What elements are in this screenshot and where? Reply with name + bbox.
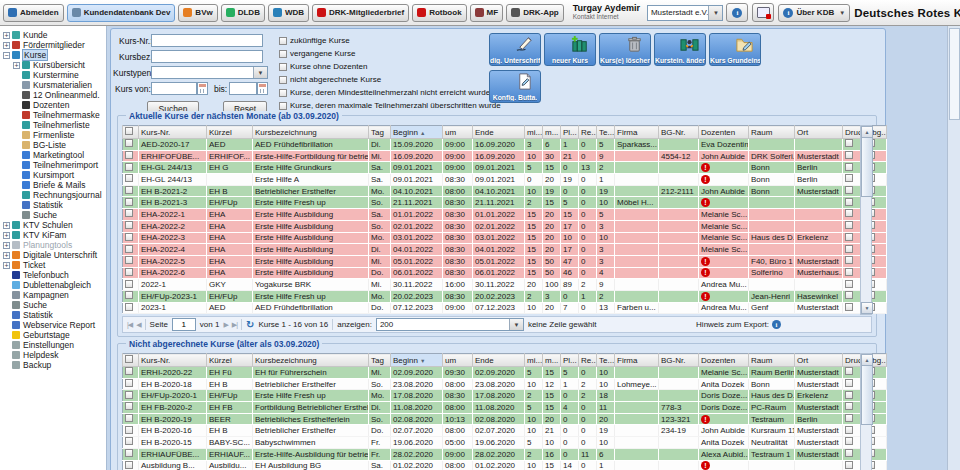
toolbar-button-drk-app[interactable]: DRK-App [506,4,564,22]
course-row[interactable]: EH B-2020-16EH BBetrieblicher Ersthelfer… [123,425,887,437]
page-scrollbar[interactable] [947,26,960,470]
sidebar-item-ticket[interactable]: +Ticket [0,260,106,270]
refresh-icon[interactable]: ↻ [246,320,254,330]
course-row[interactable]: AED-2020-17AEDAED FrühdefibrillationDi.1… [123,139,887,151]
column-header-firma[interactable]: Firma [615,354,659,367]
row-select-cell[interactable] [123,139,139,151]
action-button-dig-unterschrift[interactable]: dig. Unterschrift [489,33,541,66]
print-checkbox[interactable] [845,268,853,276]
sidebar-item-ktv-schulen[interactable]: +KTV Schulen [0,220,106,230]
collapse-icon[interactable]: − [3,52,10,59]
print-checkbox[interactable] [845,151,853,159]
sidebar-item-suche[interactable]: Suche [0,210,106,220]
checkbox-icon[interactable] [125,139,133,147]
checkbox-icon[interactable] [125,426,133,434]
action-button-konfig-butta[interactable]: Konfig. Butta. [489,70,541,103]
print-checkbox[interactable] [845,245,853,253]
checkbox-icon[interactable] [125,256,133,264]
checkbox-icon[interactable] [279,37,287,45]
org-select[interactable]: Musterstadt e.V. ▼ [647,5,724,21]
sidebar-item-statistik[interactable]: Statistik [0,310,106,320]
course-row[interactable]: EH B-2021-2EH BBetrieblicher ErsthelferM… [123,185,887,197]
scroll-down-icon[interactable]: ▼ [861,302,873,314]
print-checkbox[interactable] [845,233,853,241]
course-row[interactable]: EHA-2022-4EHAErste Hilfe AusbildungDi.04… [123,244,887,256]
print-checkbox[interactable] [845,280,853,288]
sidebar-item-rechnungsjournal[interactable]: Rechnungsjournal [0,190,106,200]
column-header-pl[interactable]: Pl... [561,354,579,367]
course-row[interactable]: EH-GL 244/13Erste Hilfe ASa.09.01.202108… [123,174,887,186]
checkbox-icon[interactable] [279,102,287,110]
expand-icon[interactable]: + [3,222,10,229]
checkbox-icon[interactable] [125,245,133,253]
course-row[interactable]: EH/FUp-2020-1EH/FUpErste Hilfe Fresh upM… [123,390,887,402]
kursnr-input[interactable] [151,34,263,47]
scrollbar-thumb[interactable] [861,365,873,425]
checkbox-icon[interactable] [125,391,133,399]
sidebar-item-planungtools[interactable]: +Planungtools [0,240,106,250]
page-input[interactable] [172,318,196,331]
print-checkbox[interactable] [845,303,853,311]
toolbar-button-wdb[interactable]: WDB [268,4,309,22]
course-row[interactable]: 2023-1AEDAED FrühdefibrillationDo.07.12.… [123,302,887,314]
print-checkbox[interactable] [845,174,853,182]
scrollbar-thumb[interactable] [861,137,873,197]
column-header-um[interactable]: um [443,354,473,367]
print-checkbox[interactable] [845,291,853,299]
prev-page-button[interactable]: ◀ [136,321,140,329]
checkbox-icon[interactable] [279,76,287,84]
sidebar-item-teilnehmermaske[interactable]: Teilnehmermaske [0,110,106,120]
print-checkbox[interactable] [845,256,853,264]
sidebar-item-dublettenabgleich[interactable]: Dublettenabgleich [0,280,106,290]
column-header-bez[interactable]: Kursbezeichnung [253,354,369,367]
screen-button[interactable] [752,3,774,22]
sidebar-item-marketingtool[interactable]: Marketingtool [0,150,106,160]
checkbox-icon[interactable] [125,221,133,229]
sidebar-item-kurstermine[interactable]: Kurstermine [0,70,106,80]
scrollbar-thumb[interactable] [949,28,960,120]
next-page-button[interactable]: ▶ [223,321,227,329]
checkbox-icon[interactable] [125,402,133,410]
sidebar-item-kunde[interactable]: +Kunde [0,30,106,40]
checkbox-icon[interactable] [125,437,133,445]
course-row[interactable]: 2022-1GKYYogakurse BRKMi.30.11.202216:00… [123,279,887,291]
row-select-cell[interactable] [123,279,139,291]
about-kdb-button[interactable]: i Über KDB ▼ [778,4,850,22]
course-row[interactable]: Ausbildung B...Ausbildu...EH Ausbildung … [123,460,887,470]
column-header-m[interactable]: m... [543,354,561,367]
column-header-m[interactable]: m... [543,126,561,139]
toolbar-button-drk-mitgliederbrief[interactable]: DRK-Mitgliederbrief [312,4,409,22]
course-row[interactable]: ERHIAUFÜBE...ERHIAUF...Erste-Hilfe-Ausbi… [123,448,887,460]
column-header-doz[interactable]: Dozenten [699,126,749,139]
column-header-ende[interactable]: Ende [473,354,525,367]
filter-checkbox-kurse-deren-mindestteilnehmerzahl-nicht-erreicht-wurde[interactable]: Kurse, deren Mindestteilnehmerzahl nicht… [279,86,501,99]
print-checkbox[interactable] [845,461,853,469]
checkbox-icon[interactable] [125,174,133,182]
calendar-icon[interactable] [257,82,268,95]
kurs-von-input[interactable] [151,82,197,95]
row-select-cell[interactable] [123,174,139,186]
column-header-kurzel[interactable]: Kürzel [207,354,253,367]
page-size-select[interactable]: 200 ▼ [376,318,524,331]
column-header-raum[interactable]: Raum [749,126,795,139]
course-row[interactable]: EHA-2022-2EHAErste Hilfe AusbildungSo.02… [123,220,887,232]
print-checkbox[interactable] [845,186,853,194]
filter-checkbox-zuk-nftige-kurse[interactable]: zukünftige Kurse [279,34,501,47]
info-icon[interactable]: i [772,320,781,329]
expand-icon[interactable]: + [3,32,10,39]
sidebar-item-firmenliste[interactable]: Firmenliste [0,130,106,140]
print-checkbox[interactable] [845,209,853,217]
toolbar-button-abmelden[interactable]: Abmelden [3,4,64,22]
column-header-raum[interactable]: Raum [749,354,795,367]
column-header-kursnr[interactable]: Kurs-Nr. [139,354,207,367]
sidebar-item-helpdesk[interactable]: Helpdesk [0,350,106,360]
toolbar-button-mf[interactable]: MF [470,4,504,22]
checkbox-icon[interactable] [279,50,287,58]
course-row[interactable]: EHA-2022-3EHAErste Hilfe AusbildungMo.03… [123,232,887,244]
row-select-cell[interactable] [123,460,139,470]
print-checkbox[interactable] [845,198,853,206]
checkbox-icon[interactable] [125,280,133,288]
column-header-te[interactable]: Te... [597,126,615,139]
print-checkbox[interactable] [845,163,853,171]
column-header-doz[interactable]: Dozenten [699,354,749,367]
